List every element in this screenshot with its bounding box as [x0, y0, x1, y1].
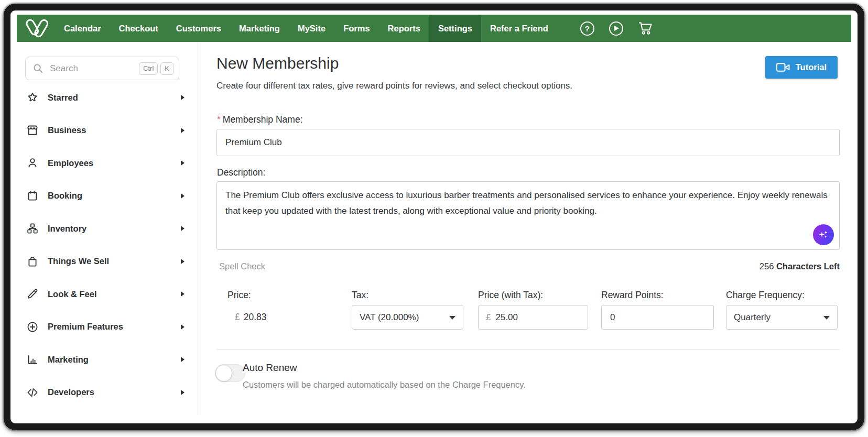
- video-camera-icon: [776, 63, 790, 72]
- price-column: Price: £20.83: [227, 290, 267, 323]
- ai-assist-button[interactable]: [813, 224, 834, 245]
- main-content: New Membership Create four different tax…: [216, 42, 840, 415]
- tax-dropdown[interactable]: VAT (20.000%): [352, 305, 463, 330]
- auto-renew-description: Customers will be charged automatically …: [243, 380, 526, 390]
- auto-renew-toggle[interactable]: [215, 364, 245, 382]
- reward-points-label: Reward Points:: [601, 290, 714, 301]
- sparkles-icon: [818, 229, 829, 241]
- sidebar-item-label: Developers: [48, 387, 181, 397]
- sidebar-item-label: Inventory: [48, 224, 181, 234]
- sidebar-item-label: Marketing: [48, 355, 181, 365]
- chevron-right-icon: [181, 357, 185, 362]
- sidebar-item-label: Things We Sell: [48, 256, 181, 266]
- spell-check-link[interactable]: Spell Check: [219, 261, 265, 271]
- reward-points-column: Reward Points:: [601, 290, 714, 330]
- calendar-icon: [26, 190, 39, 202]
- reward-points-input[interactable]: [609, 312, 706, 323]
- section-divider: [216, 349, 840, 350]
- charge-frequency-value: Quarterly: [734, 312, 771, 323]
- search-icon: [32, 63, 44, 74]
- nav-icon-buttons: ?: [580, 21, 654, 36]
- required-marker: *: [217, 114, 221, 125]
- tax-dropdown-value: VAT (20.000%): [360, 312, 419, 323]
- nav-item-forms[interactable]: Forms: [334, 15, 378, 42]
- membership-name-input[interactable]: [216, 129, 840, 156]
- sidebar-item-label: Business: [48, 125, 181, 135]
- nav-item-reports[interactable]: Reports: [379, 15, 429, 42]
- cart-icon[interactable]: [638, 21, 654, 36]
- characters-left: 256 Characters Left: [760, 261, 840, 271]
- help-icon[interactable]: ?: [580, 21, 594, 36]
- tutorial-button[interactable]: Tutorial: [765, 56, 838, 79]
- sidebar-item-look-and-feel[interactable]: Look & Feel: [26, 278, 185, 311]
- price-with-tax-input[interactable]: [494, 312, 580, 323]
- page-subtitle: Create four different tax rates, give re…: [216, 81, 572, 91]
- price-with-tax-column: Price (with Tax): £: [478, 290, 588, 330]
- chevron-right-icon: [181, 259, 185, 264]
- tax-label: Tax:: [352, 290, 463, 301]
- price-with-tax-label: Price (with Tax):: [478, 290, 588, 301]
- nav-item-settings[interactable]: Settings: [429, 15, 481, 42]
- sidebar-item-premium-features[interactable]: Premium Features: [26, 311, 185, 344]
- ctrl-keycap: Ctrl: [139, 62, 158, 75]
- nav-menu: Calendar Checkout Customers Marketing My…: [55, 15, 557, 42]
- membership-name-label: *Membership Name:: [217, 114, 303, 125]
- code-icon: [26, 386, 39, 399]
- auto-renew-title: Auto Renew: [243, 362, 297, 374]
- chevron-right-icon: [181, 390, 185, 395]
- sidebar-item-label: Look & Feel: [48, 289, 181, 299]
- price-label: Price:: [227, 290, 267, 301]
- bag-icon: [26, 255, 39, 268]
- play-triangle-icon: [614, 26, 619, 31]
- sidebar-item-label: Starred: [48, 93, 181, 103]
- description-textarea[interactable]: The Premium Club offers exclusive access…: [216, 181, 840, 250]
- nav-item-checkout[interactable]: Checkout: [110, 15, 167, 42]
- sidebar-item-label: Employees: [48, 158, 181, 168]
- chevron-down-icon: [449, 316, 455, 320]
- chevron-right-icon: [181, 160, 185, 166]
- nav-item-mysite[interactable]: MySite: [289, 15, 334, 42]
- characters-left-count: 256: [760, 261, 774, 271]
- charge-frequency-label: Charge Frequency:: [726, 290, 838, 301]
- boxes-icon: [26, 222, 39, 235]
- page-title: New Membership: [216, 54, 339, 72]
- sidebar-menu: Starred Business Employees Booking Inven…: [26, 81, 185, 409]
- nav-item-calendar[interactable]: Calendar: [55, 15, 110, 42]
- charge-frequency-column: Charge Frequency: Quarterly: [726, 290, 838, 330]
- video-play-icon[interactable]: [609, 21, 623, 36]
- vagaro-logo-icon[interactable]: [24, 16, 49, 41]
- sidebar-item-marketing[interactable]: Marketing: [26, 343, 185, 376]
- toggle-knob: [215, 365, 232, 381]
- chevron-right-icon: [181, 226, 185, 231]
- sidebar-item-business[interactable]: Business: [26, 114, 185, 147]
- chevron-right-icon: [181, 128, 185, 133]
- currency-symbol: £: [235, 312, 240, 322]
- sidebar-item-things-we-sell[interactable]: Things We Sell: [26, 245, 185, 278]
- sidebar-search[interactable]: Ctrl K: [25, 57, 179, 80]
- star-icon: [26, 91, 39, 104]
- plus-circle-icon: [26, 321, 39, 333]
- charge-frequency-dropdown[interactable]: Quarterly: [726, 305, 838, 330]
- chevron-down-icon: [823, 316, 830, 320]
- nav-item-marketing[interactable]: Marketing: [230, 15, 289, 42]
- pencil-icon: [26, 288, 39, 300]
- sidebar-item-employees[interactable]: Employees: [26, 147, 185, 180]
- nav-item-refer-a-friend[interactable]: Refer a Friend: [481, 15, 557, 42]
- sidebar-item-starred[interactable]: Starred: [26, 81, 185, 114]
- sidebar-item-developers[interactable]: Developers: [26, 376, 185, 409]
- sidebar-item-booking[interactable]: Booking: [26, 180, 185, 213]
- search-input[interactable]: [49, 63, 136, 74]
- person-icon: [26, 157, 39, 169]
- price-value: £20.83: [235, 312, 267, 323]
- top-nav: Calendar Checkout Customers Marketing My…: [17, 15, 851, 42]
- nav-item-customers[interactable]: Customers: [167, 15, 230, 42]
- storefront-icon: [26, 124, 39, 137]
- chevron-right-icon: [181, 95, 185, 100]
- bar-chart-icon: [26, 353, 39, 366]
- characters-left-label: Characters Left: [776, 261, 840, 271]
- chevron-right-icon: [181, 324, 185, 330]
- sidebar-item-inventory[interactable]: Inventory: [26, 212, 185, 245]
- tax-column: Tax: VAT (20.000%): [352, 290, 463, 330]
- description-label: Description:: [217, 167, 265, 178]
- tutorial-button-label: Tutorial: [796, 62, 827, 72]
